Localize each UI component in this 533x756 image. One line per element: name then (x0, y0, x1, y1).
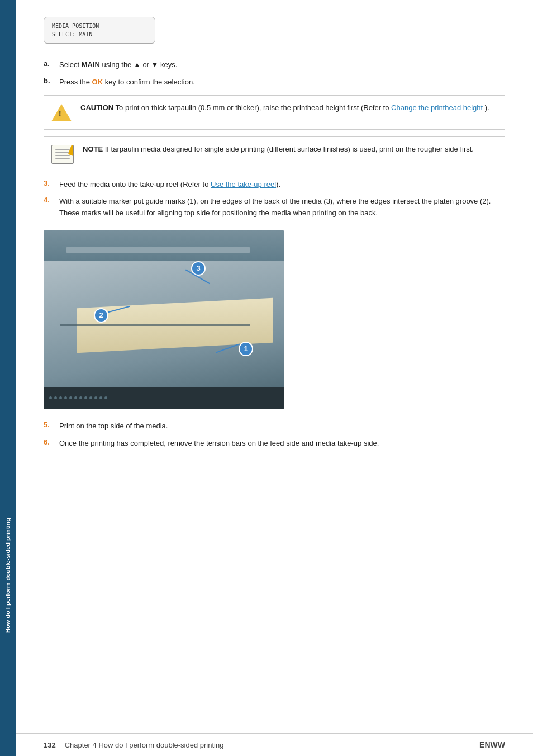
step-5-label: 5. (44, 420, 56, 429)
note-box: NOTE If tarpaulin media designed for sin… (44, 136, 505, 171)
caution-link[interactable]: Change the printhead height (391, 103, 483, 112)
note-line-3 (55, 155, 70, 156)
note-label: NOTE (83, 145, 103, 153)
dot-5 (69, 396, 72, 399)
groove (60, 324, 250, 326)
machine-photo: 3 2 1 (44, 230, 284, 409)
dot-4 (64, 396, 67, 399)
step-6: 6. Once the printing has completed, remo… (44, 438, 505, 450)
lcd-line1: MEDIA POSITION (52, 22, 147, 30)
step-3-link[interactable]: Use the take-up reel (211, 180, 276, 188)
badge-2: 2 (94, 308, 108, 323)
lcd-line2: SELECT: MAIN (52, 30, 147, 39)
dot-10 (94, 396, 97, 399)
step-4: 4. With a suitable marker put guide mark… (44, 196, 505, 219)
step-4-text: With a suitable marker put guide marks (… (59, 196, 505, 219)
footer-left: 132 Chapter 4 How do I perform double-si… (44, 741, 223, 749)
footer-right: ENWW (479, 740, 505, 749)
step-5-text: Print on the top side of the media. (59, 420, 505, 432)
dot-1 (49, 396, 52, 399)
main-keyword: MAIN (82, 60, 100, 69)
dot-2 (54, 396, 57, 399)
footer-page-number: 132 (44, 741, 56, 749)
dot-6 (74, 396, 77, 399)
dot-3 (59, 396, 62, 399)
footer: 132 Chapter 4 How do I perform double-si… (16, 733, 533, 756)
step-4-label: 4. (44, 196, 56, 204)
note-icon (51, 145, 74, 164)
caution-label: CAUTION (80, 103, 113, 112)
step-6-label: 6. (44, 438, 56, 446)
badge-1: 1 (239, 342, 253, 356)
caution-icon (51, 102, 72, 122)
rail (66, 247, 250, 253)
dot-8 (84, 396, 87, 399)
caution-body: To print on thick tarpaulin (0.5 mm or t… (116, 103, 392, 112)
step-a: a. Select MAIN using the ▲ or ▼ keys. (44, 59, 505, 71)
step-6-text: Once the printing has completed, remove … (59, 438, 505, 450)
note-line-1 (55, 149, 70, 150)
step-3: 3. Feed the media onto the take-up reel … (44, 179, 505, 191)
page-container: How do I perform double-sided printing M… (0, 0, 533, 756)
ok-keyword: OK (92, 78, 103, 86)
note-text: NOTE If tarpaulin media designed for sin… (83, 144, 474, 155)
step-b: b. Press the OK key to confirm the selec… (44, 77, 505, 88)
dot-11 (99, 396, 102, 399)
sidebar: How do I perform double-sided printing (0, 0, 16, 756)
caution-text: CAUTION To print on thick tarpaulin (0.5… (80, 102, 489, 114)
sidebar-label: How do I perform double-sided printing (4, 518, 12, 633)
dot-12 (104, 396, 107, 399)
machine-bottom-bar (44, 387, 284, 409)
pencil-decoration (68, 145, 74, 156)
step-b-text: Press the OK key to confirm the selectio… (59, 77, 505, 88)
machine-top (44, 230, 284, 261)
main-content: MEDIA POSITION SELECT: MAIN a. Select MA… (16, 0, 533, 756)
note-body: If tarpaulin media designed for single s… (105, 145, 474, 153)
step-3-label: 3. (44, 179, 56, 187)
step-3-pre: Feed the media onto the take-up reel (Re… (59, 180, 211, 188)
step-3-text: Feed the media onto the take-up reel (Re… (59, 179, 505, 191)
lcd-screen: MEDIA POSITION SELECT: MAIN (44, 17, 155, 44)
note-line-4 (55, 158, 70, 159)
caution-box: CAUTION To print on thick tarpaulin (0.5… (44, 95, 505, 130)
step-5: 5. Print on the top side of the media. (44, 420, 505, 432)
footer-chapter: Chapter 4 How do I perform double-sided … (65, 741, 224, 749)
caution-end: ). (485, 103, 489, 112)
dot-9 (89, 396, 92, 399)
triangle-warning-icon (51, 104, 72, 121)
step-b-label: b. (44, 77, 56, 85)
dot-7 (79, 396, 82, 399)
step-a-label: a. (44, 59, 56, 68)
step-3-end: ). (276, 180, 280, 188)
machine-body: 3 2 1 (44, 230, 284, 409)
step-a-text: Select MAIN using the ▲ or ▼ keys. (59, 59, 505, 71)
